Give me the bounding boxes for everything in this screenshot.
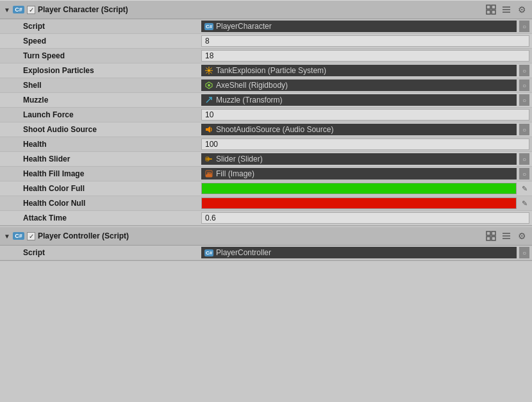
prop-value-script2: C#PlayerController○ — [199, 246, 532, 260]
component-header-player-character-script[interactable]: ▼C#✓Player Character (Script)⚙ — [0, 0, 532, 19]
prop-row-shell: ShellAxeShell (Rigidbody)○ — [0, 78, 532, 93]
prop-input-turn-speed[interactable]: 18 — [201, 50, 529, 62]
svg-line-13 — [210, 72, 212, 74]
svg-rect-0 — [486, 5, 490, 9]
prop-input-launch-force[interactable]: 10 — [201, 109, 529, 121]
cs-badge: C# — [13, 6, 24, 13]
svg-line-18 — [206, 97, 212, 103]
prop-input-health[interactable]: 100 — [201, 138, 529, 150]
prop-label-health-color-null: Health Color Null — [0, 197, 199, 209]
prop-label-shoot-audio-source: Shoot Audio Source — [0, 124, 199, 135]
transform-icon — [204, 96, 213, 105]
prop-label-script: Script — [0, 21, 199, 32]
prop-row-launch-force: Launch Force10 — [0, 108, 532, 122]
prop-label-explosion-particles: Explosion Particles — [0, 65, 199, 76]
prop-row-health-slider: Health SliderSlider (Slider)○ — [0, 152, 532, 167]
cs-icon: C# — [204, 22, 213, 31]
svg-point-23 — [207, 158, 210, 160]
object-select-button[interactable]: ○ — [519, 21, 529, 32]
prop-label-launch-force: Launch Force — [0, 109, 199, 121]
color-swatch-red[interactable] — [201, 197, 517, 209]
component-title: Player Controller (Script) — [38, 231, 129, 240]
prop-label-muzzle: Muzzle — [0, 94, 199, 106]
svg-point-7 — [208, 69, 210, 72]
prop-value-muzzle: Muzzle (Transform)○ — [199, 93, 532, 107]
prop-object-field-shoot-audio-source[interactable]: ShootAudioSource (Audio Source) — [201, 124, 517, 135]
prop-object-field-script[interactable]: C#PlayerCharacter — [201, 21, 517, 32]
prop-row-attack-time: Attack Time0.6 — [0, 211, 532, 226]
component-gear-icon-button[interactable]: ⚙ — [515, 3, 528, 16]
component-enabled-checkbox[interactable]: ✓ — [27, 6, 35, 14]
prop-value-health-slider: Slider (Slider)○ — [199, 152, 532, 166]
svg-line-12 — [206, 68, 208, 70]
prop-value-health-fill-image: Fill (Image)○ — [199, 167, 532, 181]
prop-object-value-script2: PlayerController — [216, 248, 271, 257]
prop-label-health: Health — [0, 138, 199, 150]
prop-row-script2: ScriptC#PlayerController○ — [0, 246, 532, 260]
prop-value-health: 100 — [199, 137, 532, 151]
prop-object-value-muzzle: Muzzle (Transform) — [216, 96, 283, 105]
component-header-player-controller-script[interactable]: ▼C#✓Player Controller (Script)⚙ — [0, 226, 532, 246]
prop-input-speed[interactable]: 8 — [201, 35, 529, 47]
prop-row-muzzle: MuzzleMuzzle (Transform)○ — [0, 93, 532, 108]
prop-row-health-color-null: Health Color Null✎ — [0, 196, 532, 211]
object-select-button[interactable]: ○ — [519, 168, 529, 180]
cs-icon: C# — [204, 248, 213, 257]
prop-row-health-fill-image: Health Fill ImageFill (Image)○ — [0, 167, 532, 181]
prop-row-health: Health100 — [0, 137, 532, 152]
slider-icon — [204, 155, 213, 163]
prop-row-explosion-particles: Explosion ParticlesTankExplosion (Partic… — [0, 63, 532, 78]
prop-value-health-color-null: ✎ — [199, 196, 532, 210]
svg-rect-27 — [486, 231, 490, 235]
cs-badge: C# — [13, 232, 24, 240]
object-select-button[interactable]: ○ — [519, 247, 529, 258]
component-player-controller-script: ▼C#✓Player Controller (Script)⚙ScriptC#P… — [0, 226, 532, 261]
prop-value-turn-speed: 18 — [199, 49, 532, 63]
svg-line-14 — [210, 68, 212, 70]
component-menu-icon-button[interactable] — [500, 230, 513, 242]
prop-object-field-shell[interactable]: AxeShell (Rigidbody) — [201, 80, 517, 91]
object-select-button[interactable]: ○ — [519, 94, 529, 106]
inspector-panel: ▼C#✓Player Character (Script)⚙ScriptC#Pl… — [0, 0, 532, 261]
collapse-arrow-icon[interactable]: ▼ — [4, 6, 10, 13]
prop-object-field-health-fill-image[interactable]: Fill (Image) — [201, 168, 517, 180]
prop-object-value-health-slider: Slider (Slider) — [216, 155, 263, 163]
svg-rect-3 — [492, 10, 495, 14]
image-icon — [204, 169, 213, 178]
color-edit-pencil-icon[interactable]: ✎ — [519, 183, 529, 194]
prop-object-field-script2[interactable]: C#PlayerController — [201, 247, 517, 258]
layout-icon-button[interactable] — [485, 3, 497, 16]
color-swatch-green[interactable] — [201, 183, 517, 194]
component-menu-icon-button[interactable] — [500, 3, 513, 16]
collapse-arrow-icon[interactable]: ▼ — [4, 233, 10, 239]
prop-value-health-color-full: ✎ — [199, 181, 532, 196]
layout-icon-button[interactable] — [485, 230, 497, 242]
prop-row-script: ScriptC#PlayerCharacter○ — [0, 19, 532, 34]
svg-line-15 — [206, 72, 208, 74]
component-gear-icon-button[interactable]: ⚙ — [515, 230, 528, 242]
prop-row-speed: Speed8 — [0, 34, 532, 49]
prop-object-value-explosion-particles: TankExplosion (Particle System) — [216, 66, 326, 75]
prop-label-script2: Script — [0, 247, 199, 258]
color-edit-pencil-icon[interactable]: ✎ — [519, 198, 529, 208]
svg-rect-1 — [492, 5, 495, 9]
object-select-button[interactable]: ○ — [519, 153, 529, 165]
object-select-button[interactable]: ○ — [519, 80, 529, 91]
prop-label-health-color-full: Health Color Full — [0, 183, 199, 194]
prop-value-shell: AxeShell (Rigidbody)○ — [199, 78, 532, 92]
svg-point-17 — [208, 84, 210, 87]
prop-object-field-health-slider[interactable]: Slider (Slider) — [201, 153, 517, 165]
prop-object-field-explosion-particles[interactable]: TankExplosion (Particle System) — [201, 65, 517, 76]
prop-label-health-slider: Health Slider — [0, 153, 199, 165]
object-select-button[interactable]: ○ — [519, 65, 529, 76]
prop-object-field-muzzle[interactable]: Muzzle (Transform) — [201, 94, 517, 106]
component-enabled-checkbox[interactable]: ✓ — [27, 232, 35, 240]
prop-value-speed: 8 — [199, 34, 532, 48]
object-select-button[interactable]: ○ — [519, 124, 529, 135]
prop-input-attack-time[interactable]: 0.6 — [201, 212, 529, 224]
audio-source-icon — [204, 125, 213, 134]
prop-value-shoot-audio-source: ShootAudioSource (Audio Source)○ — [199, 122, 532, 137]
prop-label-shell: Shell — [0, 80, 199, 91]
svg-rect-2 — [486, 10, 490, 14]
prop-value-launch-force: 10 — [199, 108, 532, 122]
